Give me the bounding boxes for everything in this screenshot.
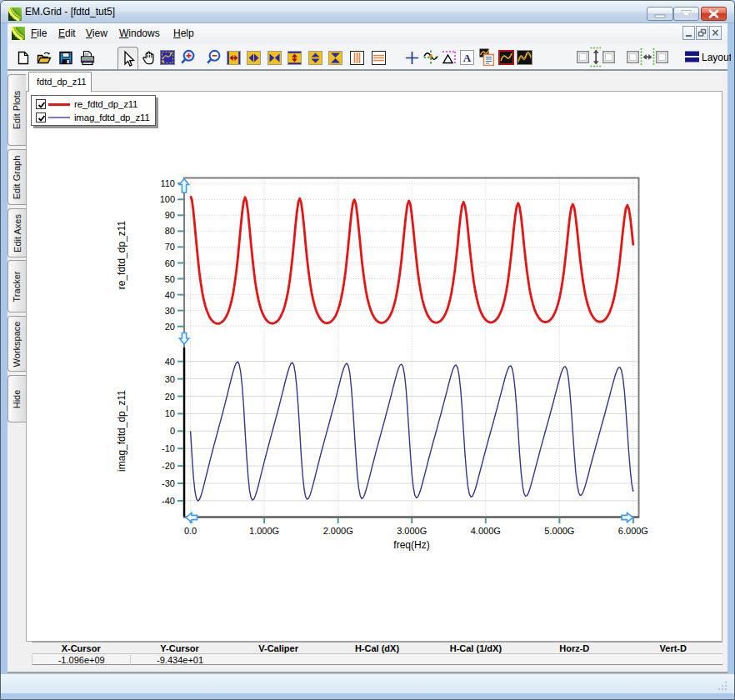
svg-text:20: 20	[165, 392, 175, 402]
svg-text:80: 80	[165, 226, 175, 236]
svg-text:30: 30	[165, 306, 175, 316]
svg-text:100: 100	[160, 194, 175, 204]
svg-text:re_fdtd_dp_z11: re_fdtd_dp_z11	[116, 220, 128, 289]
svg-text:40: 40	[165, 290, 175, 300]
svg-text:6.000G: 6.000G	[618, 526, 648, 536]
svg-text:-30: -30	[162, 478, 175, 488]
svg-text:imag_fdtd_dp_z11: imag_fdtd_dp_z11	[116, 390, 128, 472]
svg-text:0.0: 0.0	[184, 526, 197, 536]
svg-text:90: 90	[165, 210, 175, 220]
svg-text:70: 70	[165, 242, 175, 252]
svg-text:20: 20	[165, 322, 175, 332]
svg-text:3.000G: 3.000G	[397, 526, 427, 536]
svg-text:50: 50	[165, 274, 175, 284]
svg-text:-20: -20	[162, 461, 175, 471]
svg-text:4.000G: 4.000G	[471, 526, 501, 536]
svg-text:-10: -10	[162, 443, 175, 453]
svg-text:30: 30	[165, 374, 175, 384]
svg-text:5.000G: 5.000G	[544, 526, 574, 536]
svg-text:10: 10	[165, 408, 175, 418]
svg-text:2.000G: 2.000G	[323, 526, 353, 536]
svg-text:40: 40	[165, 357, 175, 367]
svg-text:freq(Hz): freq(Hz)	[393, 539, 429, 551]
svg-text:1.000G: 1.000G	[249, 526, 279, 536]
svg-text:0: 0	[170, 426, 175, 436]
svg-text:60: 60	[165, 258, 175, 268]
svg-text:-40: -40	[162, 496, 175, 506]
svg-text:110: 110	[160, 178, 175, 188]
